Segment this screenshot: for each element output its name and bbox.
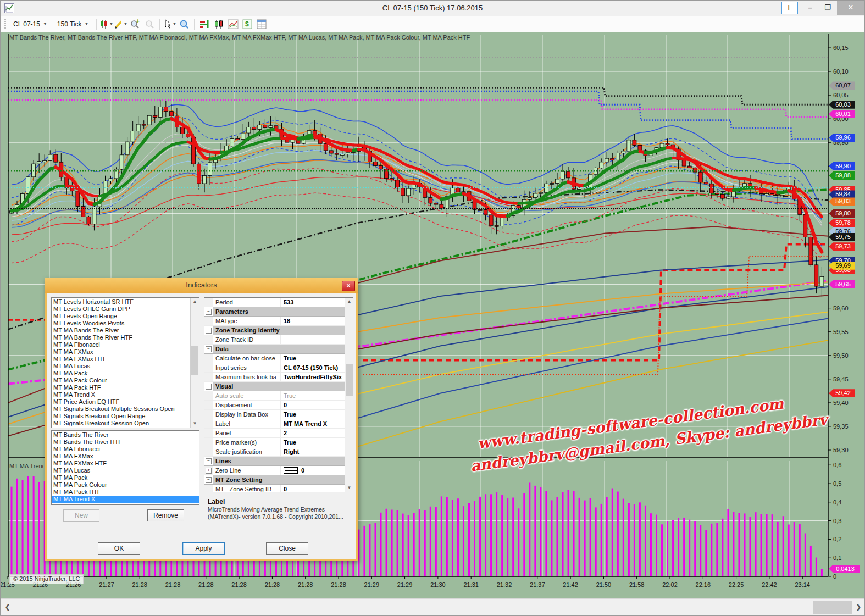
property-value[interactable]: 2	[281, 429, 345, 437]
list-item[interactable]: MT MA Trend X	[52, 496, 199, 503]
list-item[interactable]: MT Levels Horizontal SR HTF	[52, 298, 191, 306]
apply-button[interactable]: Apply	[182, 542, 225, 555]
list-item[interactable]: MT MA FXMax HTF	[52, 356, 191, 363]
scroll-down-icon[interactable]: ▼	[191, 420, 199, 428]
list-item[interactable]: MT MA Pack	[52, 474, 199, 481]
property-value[interactable]: True	[281, 410, 345, 419]
close-dialog-button[interactable]: Close	[266, 542, 308, 555]
property-section-row[interactable]: −Parameters	[204, 307, 345, 317]
property-value[interactable]: 0	[281, 401, 345, 409]
interval-dropdown[interactable]: 150 Tick▼	[53, 19, 93, 30]
selected-indicators-list[interactable]: MT Bands The RiverMT Bands The River HTF…	[51, 430, 199, 505]
list-item[interactable]: MT MA Pack	[52, 370, 191, 377]
magnifier-icon[interactable]	[178, 18, 191, 30]
property-row[interactable]: Maximum bars look baTwoHundredFiftySix	[204, 373, 345, 382]
collapse-icon[interactable]: −	[206, 309, 212, 315]
list-item[interactable]: MT Bands The River	[52, 431, 199, 439]
collapse-icon[interactable]: −	[206, 384, 212, 390]
property-row[interactable]: LabelMT MA Trend X	[204, 419, 345, 429]
list-item[interactable]: MT Signals Breakout Multiple Sessions Op…	[52, 406, 191, 413]
collapse-icon[interactable]: −	[206, 346, 212, 352]
draw-icon[interactable]: ▼	[114, 18, 127, 30]
property-row[interactable]: Zone Track ID	[204, 335, 345, 345]
toolbar-grip[interactable]	[4, 19, 6, 30]
chart-style-icon[interactable]: ▼	[100, 18, 113, 30]
property-value[interactable]: CL 07-15 (150 Tick)	[281, 363, 345, 372]
property-row[interactable]: Displacement0	[204, 401, 345, 410]
property-value[interactable]: Right	[281, 447, 345, 456]
property-value[interactable]: True	[281, 438, 345, 447]
property-value[interactable]: 533	[281, 298, 345, 307]
list-item[interactable]: MT MA Pack Colour	[52, 481, 199, 489]
list-item[interactable]: MT MA Trend X	[52, 391, 191, 398]
scroll-left-icon[interactable]: ❮	[3, 601, 13, 613]
instrument-dropdown[interactable]: CL 07-15▼	[9, 19, 51, 30]
property-value[interactable]: True	[281, 354, 345, 363]
property-row[interactable]: MAType18	[204, 317, 345, 326]
list-item[interactable]: MT Levels OHLC Gann DPP	[52, 306, 191, 313]
property-row[interactable]: Period533	[204, 298, 345, 307]
property-grid-scrollbar[interactable]: ▲ ▼	[345, 298, 353, 492]
zoom-out-icon[interactable]	[143, 18, 156, 30]
list-item[interactable]: MT Price Action EQ HTF	[52, 398, 191, 406]
list-item[interactable]: MT MA Pack HTF	[52, 489, 199, 496]
bars-panel-icon[interactable]	[198, 18, 211, 30]
list-item[interactable]: MT MA FXMax	[52, 348, 191, 356]
property-row[interactable]: Calculate on bar closeTrue	[204, 354, 345, 363]
list-item[interactable]: MT MA Lucas	[52, 363, 191, 370]
data-grid-icon[interactable]	[255, 18, 268, 30]
collapse-icon[interactable]: −	[206, 328, 212, 334]
property-section-row[interactable]: −MT Zone Setting	[204, 475, 345, 485]
list-item[interactable]: MT MA FXMax	[52, 453, 199, 460]
property-section-row[interactable]: −Visual	[204, 382, 345, 391]
property-row[interactable]: Price marker(s)True	[204, 438, 345, 447]
expand-icon[interactable]: +	[206, 468, 212, 474]
list-item[interactable]: MT Levels Open Range	[52, 313, 191, 320]
list-item[interactable]: MT MA Pack Colour	[52, 377, 191, 384]
property-row[interactable]: Scale justificationRight	[204, 447, 345, 457]
list-item[interactable]: MT Signals Breakout Session Open	[52, 420, 191, 427]
list-item[interactable]: MT Signals Breakout Open Range	[52, 413, 191, 420]
property-row[interactable]: Auto scaleTrue	[204, 391, 345, 401]
list-item[interactable]: MT Levels Woodies Pivots	[52, 320, 191, 327]
property-value[interactable]	[281, 335, 345, 344]
collapse-icon[interactable]: −	[206, 458, 212, 464]
property-value[interactable]: 18	[281, 317, 345, 325]
scrollbar-thumb[interactable]	[191, 346, 198, 375]
candles-icon[interactable]	[212, 18, 225, 30]
property-grid[interactable]: Period533−ParametersMAType18−Zone Tracki…	[204, 297, 353, 492]
title-bar[interactable]: CL 07-15 (150 Tick) 17.06.2015 L – ❐ ✕	[1, 1, 864, 16]
list-item[interactable]: MT Bands The River HTF	[52, 439, 199, 446]
available-indicators-list[interactable]: MT Levels Horizontal SR HTFMT Levels OHL…	[51, 297, 199, 428]
list-item[interactable]: MT MA Bands The River HTF	[52, 334, 191, 341]
property-section-row[interactable]: −Data	[204, 345, 345, 354]
dialog-title-bar[interactable]: Indicators ✕	[45, 278, 358, 293]
property-row[interactable]: Input seriesCL 07-15 (150 Tick)	[204, 363, 345, 373]
property-value[interactable]: TwoHundredFiftySix	[281, 373, 345, 381]
remove-button[interactable]: Remove	[147, 509, 184, 521]
scrollbar-thumb[interactable]	[346, 364, 353, 396]
dialog-close-button[interactable]: ✕	[342, 281, 355, 291]
property-section-row[interactable]: −Zone Tracking Identity	[204, 326, 345, 335]
scrollbar-thumb[interactable]	[813, 601, 852, 614]
property-row[interactable]: Display in Data BoxTrue	[204, 410, 345, 419]
scroll-down-icon[interactable]: ▼	[345, 484, 353, 492]
collapse-icon[interactable]: −	[206, 477, 212, 483]
available-list-scrollbar[interactable]: ▲ ▼	[190, 298, 199, 428]
zoom-in-icon[interactable]: +	[129, 18, 142, 30]
property-row[interactable]: MT - Zone Setting ID0	[204, 485, 345, 492]
horizontal-scrollbar[interactable]: ❮ ❯	[1, 598, 865, 615]
close-button[interactable]: ✕	[837, 1, 864, 15]
property-value[interactable]: 0	[281, 485, 345, 492]
line-chart-icon[interactable]	[226, 18, 240, 30]
dollar-icon[interactable]: $	[241, 18, 254, 30]
link-button[interactable]: L	[781, 2, 798, 14]
scroll-up-icon[interactable]: ▲	[345, 298, 353, 306]
property-value[interactable]: 0	[281, 466, 345, 475]
list-item[interactable]: MT MA Fibonacci	[52, 446, 199, 453]
property-value[interactable]: MT MA Trend X	[281, 419, 345, 428]
minimize-button[interactable]: –	[802, 2, 818, 14]
list-item[interactable]: MT MA FXMax HTF	[52, 460, 199, 467]
cursor-icon[interactable]: ▼	[163, 18, 176, 30]
list-item[interactable]: MT MA Bands The River	[52, 327, 191, 334]
